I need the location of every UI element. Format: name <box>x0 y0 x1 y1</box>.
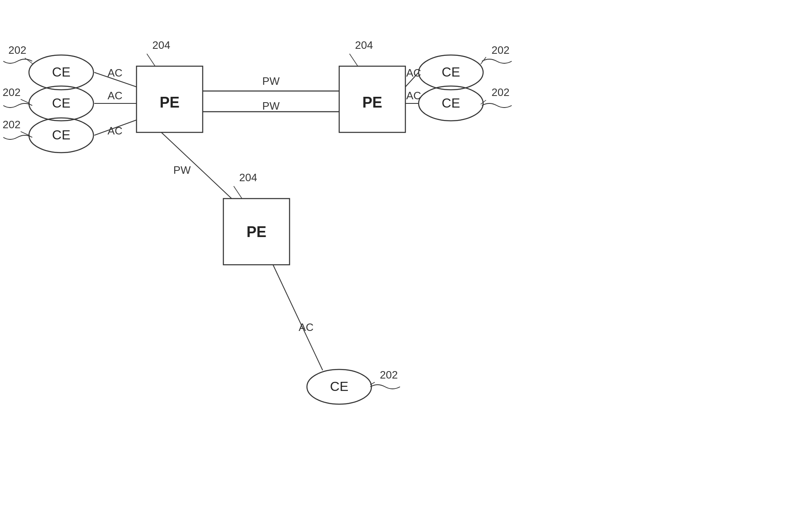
network-diagram: PE PE PE CE CE CE CE CE CE AC AC AC PW P… <box>0 0 800 532</box>
pe3-label: PE <box>247 223 266 240</box>
ref204-pe1: 204 <box>152 39 170 51</box>
ac-label-5: AC <box>406 89 421 102</box>
ref202-ce1: 202 <box>8 44 26 56</box>
ce1-label: CE <box>52 65 70 79</box>
ac-label-6: AC <box>299 321 314 333</box>
ce6-label: CE <box>330 379 348 394</box>
ref202-ce6: 202 <box>380 369 398 381</box>
ce4-label: CE <box>442 65 460 79</box>
ac-label-2: AC <box>108 89 122 102</box>
ac-label-3: AC <box>108 125 122 137</box>
svg-rect-0 <box>0 0 800 532</box>
ce5-label: CE <box>442 96 460 110</box>
ref202-ce2: 202 <box>2 86 20 98</box>
ref202-ce5: 202 <box>491 86 509 98</box>
ce3-label: CE <box>52 127 70 142</box>
ref202-ce4: 202 <box>491 44 509 56</box>
pe2-label: PE <box>362 94 382 111</box>
ref204-pe2: 204 <box>355 39 373 51</box>
pw-label-2: PW <box>262 100 280 112</box>
pw-label-3: PW <box>173 164 191 176</box>
ce2-label: CE <box>52 96 70 110</box>
ref202-ce3: 202 <box>2 118 20 131</box>
ref204-pe3: 204 <box>239 171 257 184</box>
pe1-label: PE <box>160 94 180 111</box>
ac-label-4: AC <box>406 67 421 79</box>
ac-label-1: AC <box>108 67 122 79</box>
pw-label-1: PW <box>262 75 280 87</box>
